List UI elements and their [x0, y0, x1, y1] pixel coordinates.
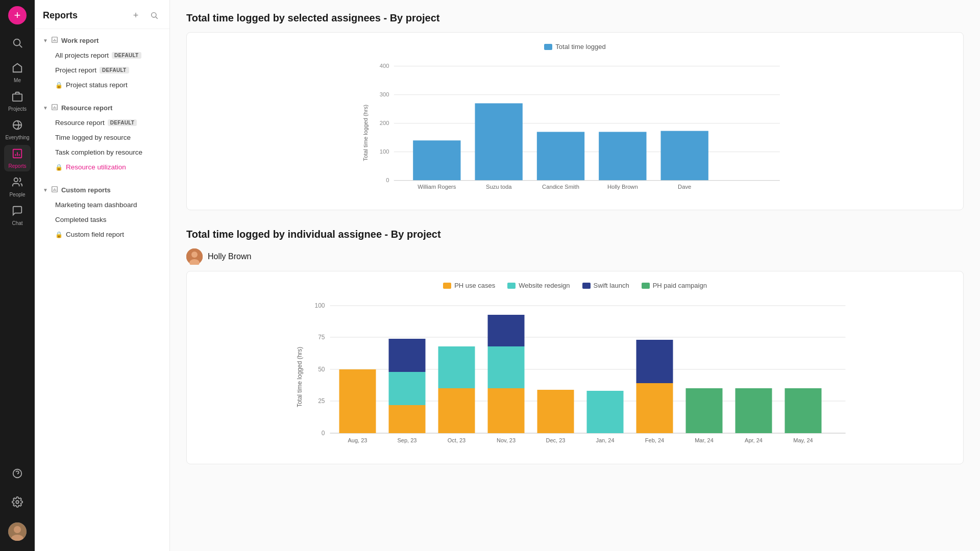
nav-people[interactable]: People: [4, 173, 31, 200]
bar-label-dave: Dave: [678, 184, 691, 190]
bar-sep23-dark: [389, 339, 426, 372]
sidebar-item-marketing-team-dashboard[interactable]: Marketing team dashboard: [37, 197, 167, 212]
sidebar-title: Reports: [43, 10, 78, 21]
project-report-label: Project report: [55, 66, 96, 74]
person-name: Holly Brown: [208, 252, 251, 261]
svg-text:Dec, 23: Dec, 23: [546, 437, 566, 443]
svg-point-7: [16, 500, 19, 504]
nav-everything-label: Everything: [5, 135, 29, 140]
svg-text:Total time logged (hrs): Total time logged (hrs): [362, 105, 369, 161]
legend-item-website-redesign: Website redesign: [507, 282, 570, 289]
bar-label-holly-brown: Holly Brown: [607, 184, 638, 190]
lock-pink-icon: 🔒: [55, 164, 63, 171]
svg-text:Jan, 24: Jan, 24: [596, 437, 614, 443]
chart1-section: Total time logged by selected assignees …: [186, 12, 964, 210]
person-header: Holly Brown: [186, 248, 964, 265]
legend-label-total-time: Total time logged: [555, 43, 605, 51]
custom-reports-label: Custom reports: [61, 186, 111, 194]
sidebar-item-project-status-report[interactable]: 🔒 Project status report: [37, 78, 167, 92]
svg-point-29: [191, 252, 198, 258]
sidebar-item-custom-field-report[interactable]: 🔒 Custom field report: [37, 227, 167, 242]
svg-rect-2: [13, 94, 22, 101]
svg-text:Nov, 23: Nov, 23: [497, 437, 516, 443]
svg-text:50: 50: [318, 366, 325, 373]
chart1-legend: Total time logged: [199, 43, 951, 51]
legend-item-swift-launch: Swift launch: [582, 282, 629, 289]
svg-text:Feb, 24: Feb, 24: [645, 437, 664, 443]
lock-custom-icon: 🔒: [55, 231, 63, 238]
svg-text:Apr, 24: Apr, 24: [745, 437, 763, 443]
sidebar-item-project-report[interactable]: Project report DEFAULT: [37, 63, 167, 78]
bar-sep23-teal: [389, 372, 426, 405]
sidebar-add-button[interactable]: +: [129, 8, 143, 22]
nav-projects[interactable]: Projects: [4, 88, 31, 114]
user-avatar[interactable]: [8, 522, 27, 541]
add-button[interactable]: +: [8, 6, 27, 24]
time-logged-by-resource-label: Time logged by resource: [55, 134, 131, 141]
sidebar-item-all-projects-report[interactable]: All projects report DEFAULT: [37, 48, 167, 63]
sidebar-search-button[interactable]: [147, 8, 161, 22]
chart1-title: Total time logged by selected assignees …: [186, 12, 964, 24]
work-report-label: Work report: [61, 37, 99, 44]
sidebar-header: Reports +: [35, 0, 169, 29]
people-icon: [12, 177, 23, 190]
svg-text:100: 100: [380, 148, 389, 155]
nav-me[interactable]: Me: [4, 59, 31, 86]
bar-dave: [661, 131, 708, 181]
bar-nov23-teal: [488, 346, 525, 388]
custom-reports-section: ▼ Custom reports Marketing team dashboar…: [35, 179, 169, 246]
svg-text:Total time logged (hrs): Total time logged (hrs): [296, 347, 303, 408]
legend-label-ph-use-cases: PH use cases: [454, 282, 495, 289]
legend-swatch-website-redesign: [507, 283, 516, 289]
resource-report-header[interactable]: ▼ Resource report: [35, 101, 169, 115]
legend-swatch-ph-use-cases: [443, 283, 451, 289]
all-projects-report-badge: DEFAULT: [112, 52, 141, 59]
legend-label-website-redesign: Website redesign: [519, 282, 570, 289]
legend-label-ph-paid-campaign: PH paid campaign: [653, 282, 707, 289]
resource-report-item-label: Resource report: [55, 119, 105, 127]
custom-reports-icon: [51, 186, 58, 194]
nav-reports[interactable]: Reports: [4, 145, 31, 171]
sidebar: Reports + ▼ Work report All projects rep…: [35, 0, 170, 551]
resource-utilization-label: Resource utilization: [66, 163, 126, 171]
bar-william-rogers: [413, 140, 460, 180]
svg-text:300: 300: [380, 91, 389, 97]
work-report-section: ▼ Work report All projects report DEFAUL…: [35, 29, 169, 96]
chart2-svg: 100 75 50 25 0 Total time logged (hrs) A…: [199, 295, 951, 454]
bar-oct23-ph: [438, 388, 475, 433]
sidebar-actions: +: [129, 8, 161, 22]
nav-chat[interactable]: Chat: [4, 202, 31, 229]
bar-label-suzu-toda: Suzu toda: [486, 184, 512, 190]
resource-report-section: ▼ Resource report Resource report DEFAUL…: [35, 96, 169, 179]
svg-text:Aug, 23: Aug, 23: [348, 437, 368, 443]
chart2-container: PH use cases Website redesign Swift laun…: [186, 271, 964, 464]
sidebar-item-time-logged-by-resource[interactable]: Time logged by resource: [37, 130, 167, 145]
bar-label-william-rogers: William Rogers: [418, 184, 456, 190]
resource-report-label: Resource report: [61, 104, 112, 112]
work-report-header[interactable]: ▼ Work report: [35, 33, 169, 48]
lock-icon: 🔒: [55, 82, 63, 89]
svg-text:Sep, 23: Sep, 23: [398, 437, 417, 443]
chart1-container: Total time logged 400 300 200 100 0 Tota…: [186, 32, 964, 210]
nav-settings[interactable]: [4, 490, 31, 516]
project-report-badge: DEFAULT: [100, 67, 129, 73]
svg-text:75: 75: [318, 334, 325, 341]
task-completion-by-resource-label: Task completion by resource: [55, 148, 142, 156]
sidebar-item-resource-utilization[interactable]: 🔒 Resource utilization: [37, 160, 167, 174]
nav-search[interactable]: [4, 31, 31, 57]
svg-text:400: 400: [380, 63, 389, 69]
chart2-legend: PH use cases Website redesign Swift laun…: [199, 282, 951, 289]
bar-feb24-ph: [636, 383, 673, 433]
settings-icon: [12, 496, 23, 510]
projects-icon: [12, 91, 23, 105]
person-avatar: [186, 248, 203, 265]
nav-everything[interactable]: Everything: [4, 116, 31, 143]
custom-field-report-label: Custom field report: [66, 231, 124, 238]
sidebar-item-task-completion-by-resource[interactable]: Task completion by resource: [37, 145, 167, 160]
bar-feb24-dark: [636, 340, 673, 383]
nav-help[interactable]: [4, 461, 31, 488]
sidebar-item-resource-report[interactable]: Resource report DEFAULT: [37, 115, 167, 130]
custom-reports-header[interactable]: ▼ Custom reports: [35, 183, 169, 197]
sidebar-item-completed-tasks[interactable]: Completed tasks: [37, 212, 167, 227]
all-projects-report-label: All projects report: [55, 52, 109, 59]
